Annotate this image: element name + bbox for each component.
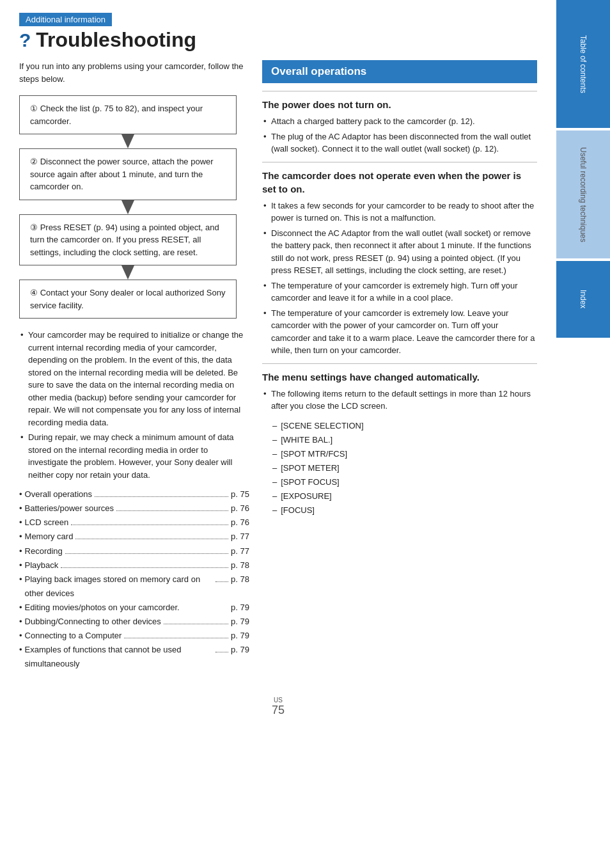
svg-marker-0 <box>121 134 134 148</box>
step-3-text: Press RESET (p. 94) using a pointed obje… <box>30 223 219 257</box>
toc-list: • Overall operationsp. 75• Batteries/pow… <box>19 487 249 671</box>
step-1-text: Check the list (p. 75 to 82), and inspec… <box>30 104 203 126</box>
arrow-down-icon-3 <box>119 265 137 280</box>
sub2-bullet-0: It takes a few seconds for your camcorde… <box>262 200 537 225</box>
step-3-number: ③ <box>30 223 40 232</box>
toc-dots <box>95 496 228 497</box>
toc-page-ref: p. 79 <box>231 629 249 643</box>
sub1-bullet-0: Attach a charged battery pack to the cam… <box>262 115 537 128</box>
step-2: ② Disconnect the power source, attach th… <box>19 148 237 200</box>
toc-item-6: • Playing back images stored on memory c… <box>19 572 249 601</box>
toc-bullet: • <box>19 572 22 587</box>
sub3-subitem-6: [FOCUS] <box>272 503 537 517</box>
toc-dots <box>71 525 228 525</box>
toc-label: Playing back images stored on memory car… <box>25 572 214 601</box>
toc-page-ref: p. 76 <box>231 501 249 516</box>
toc-dots <box>124 638 228 638</box>
toc-bullet: • <box>19 544 22 558</box>
toc-page-ref: p. 75 <box>231 487 249 501</box>
toc-item-8: • Dubbing/Connecting to other devicesp. … <box>19 615 249 629</box>
sidebar-tab-index[interactable]: Index <box>556 261 610 338</box>
toc-label: Dubbing/Connecting to other devices <box>25 615 161 629</box>
toc-label: Connecting to a Computer <box>25 629 122 643</box>
toc-bullet: • <box>19 530 22 544</box>
arrow-down-icon-2 <box>119 200 137 214</box>
toc-label: Memory card <box>25 530 74 544</box>
sidebar-tab-recording[interactable]: Useful recording techniques <box>556 130 610 258</box>
toc-bullet: • <box>19 516 22 530</box>
toc-bullet: • <box>19 501 22 516</box>
svg-marker-2 <box>121 265 134 280</box>
toc-label: Overall operations <box>25 487 93 501</box>
sub1-bullet-1: The plug of the AC Adaptor has been disc… <box>262 130 537 155</box>
sidebar-toc-label: Table of contents <box>579 35 588 93</box>
arrow-1 <box>19 134 237 148</box>
toc-page-ref: p. 78 <box>231 572 249 587</box>
step-4-number: ④ <box>30 288 40 297</box>
step-1-number: ① <box>30 104 40 113</box>
step-3: ③ Press RESET (p. 94) using a pointed ob… <box>19 214 237 266</box>
page-number: 75 <box>19 704 537 717</box>
arrow-down-icon <box>119 134 137 148</box>
toc-item-5: • Playbackp. 78 <box>19 558 249 572</box>
sub3-subitem-2: [SPOT MTR/FCS] <box>272 447 537 461</box>
sub2-bullet-1: Disconnect the AC Adaptor from the wall … <box>262 227 537 277</box>
page-container: Additional information ? Troubleshooting… <box>0 0 610 868</box>
step-2-text: Disconnect the power source, attach the … <box>30 157 214 191</box>
step-2-number: ② <box>30 157 40 166</box>
sidebar-recording-label: Useful recording techniques <box>579 147 588 242</box>
page-title: ? Troubleshooting <box>19 29 537 51</box>
arrow-3 <box>19 265 237 280</box>
toc-item-2: • LCD screenp. 76 <box>19 516 249 530</box>
left-column: If you run into any problems using your … <box>19 60 249 677</box>
toc-dots <box>61 567 228 568</box>
note-1: Your camcorder may be required to initia… <box>19 329 249 429</box>
toc-item-7: • Editing movies/photos on your camcorde… <box>19 601 249 615</box>
toc-page-ref: p. 77 <box>231 530 249 544</box>
overall-operations-header: Overall operations <box>262 60 537 83</box>
toc-dots <box>215 581 228 582</box>
toc-label: Recording <box>25 544 63 558</box>
right-column: Overall operations The power does not tu… <box>262 60 537 677</box>
toc-page-ref: p. 79 <box>231 601 249 615</box>
subsection-title-2: The camcorder does not operate even when… <box>262 169 537 196</box>
main-content: Additional information ? Troubleshooting… <box>0 0 556 868</box>
toc-bullet: • <box>19 601 22 615</box>
sidebar-index-label: Index <box>579 290 588 308</box>
toc-page-ref: p. 79 <box>231 615 249 629</box>
right-sidebar: Table of contents Useful recording techn… <box>556 0 610 868</box>
page-footer: US 75 <box>19 697 537 717</box>
sub3-subitem-1: [WHITE BAL.] <box>272 433 537 447</box>
arrow-2 <box>19 200 237 214</box>
toc-bullet: • <box>19 487 22 501</box>
svg-marker-1 <box>121 200 134 214</box>
question-icon: ? <box>19 29 31 51</box>
separator-3 <box>262 363 537 364</box>
toc-bullet: • <box>19 615 22 629</box>
section-label: Additional information <box>19 13 112 26</box>
toc-label: LCD screen <box>25 516 69 530</box>
toc-label: Editing movies/photos on your camcorder. <box>25 601 180 615</box>
toc-item-10: • Examples of functions that cannot be u… <box>19 643 249 671</box>
sidebar-tab-toc[interactable]: Table of contents <box>556 0 610 128</box>
toc-item-4: • Recordingp. 77 <box>19 544 249 558</box>
toc-page-ref: p. 78 <box>231 558 249 572</box>
toc-label: Playback <box>25 558 59 572</box>
toc-item-3: • Memory cardp. 77 <box>19 530 249 544</box>
sub2-bullet-3: The temperature of your camcorder is ext… <box>262 307 537 357</box>
sub3-subitem-3: [SPOT METER] <box>272 461 537 475</box>
separator-1 <box>262 91 537 91</box>
subsection-title-3: The menu settings have changed automatic… <box>262 370 537 384</box>
separator-2 <box>262 162 537 162</box>
toc-dots <box>65 553 228 554</box>
step-4-text: Contact your Sony dealer or local author… <box>30 288 225 310</box>
subsection-title-1: The power does not turn on. <box>262 98 537 111</box>
toc-dots <box>75 539 228 539</box>
toc-page-ref: p. 77 <box>231 544 249 558</box>
intro-text: If you run into any problems using your … <box>19 60 249 85</box>
toc-bullet: • <box>19 643 22 657</box>
sub3-subitem-4: [SPOT FOCUS] <box>272 475 537 489</box>
step-1: ① Check the list (p. 75 to 82), and insp… <box>19 95 237 134</box>
subsection-3-sub-items: [SCENE SELECTION][WHITE BAL.][SPOT MTR/F… <box>262 419 537 518</box>
toc-label: Examples of functions that cannot be use… <box>25 643 214 671</box>
